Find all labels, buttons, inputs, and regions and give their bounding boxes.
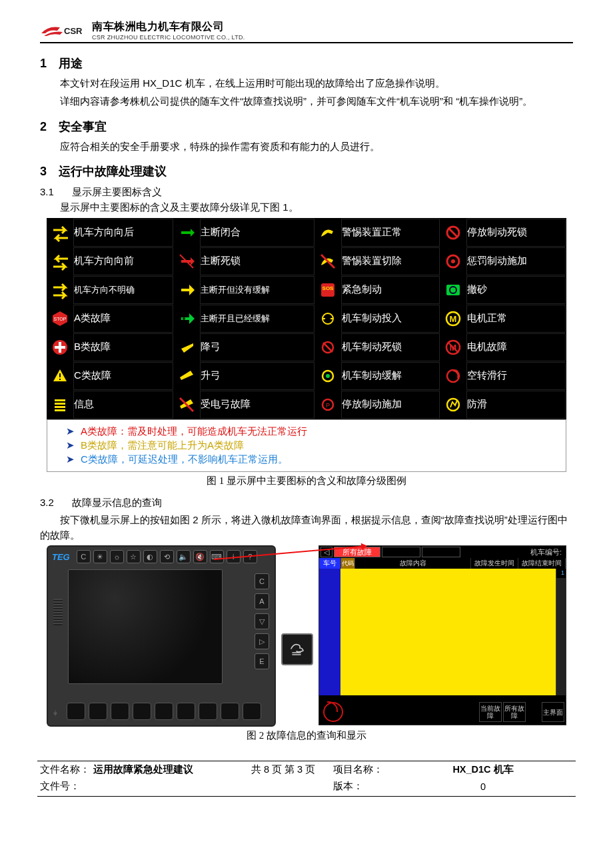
panel-side-button[interactable]: ▽ [255,613,269,629]
col-end-time: 故障结束时间 [518,558,566,569]
status-label: 机车方向向后 [73,219,173,247]
file-name-label: 文件名称： [40,761,93,778]
status-label: 主断开且已经缓解 [200,305,314,333]
col-start-time: 故障发生时间 [471,558,518,569]
fault-query-button-callout[interactable] [281,633,313,665]
status-icon: STOP [47,305,73,333]
version-label: 版本： [333,778,393,795]
status-icon [47,219,73,247]
section-1-title: 1用途 [40,55,573,71]
svg-text:P: P [326,402,330,409]
panel-bottom-button[interactable] [155,703,173,720]
panel-side-button[interactable]: E [255,653,269,669]
svg-rect-29 [55,399,65,401]
panel-bottom-button[interactable] [199,703,217,720]
panel-bottom-button[interactable] [111,703,129,720]
status-icon [315,247,340,275]
section-1-p1: 本文针对在段运用 HX_D1C 机车，在线上运用时可能出现的故障给出了应急操作说… [40,75,573,91]
panel-top-button[interactable]: C [77,550,91,563]
panel-top-button[interactable]: ☼ [110,550,124,563]
panel-side-button[interactable]: C [255,573,269,589]
csr-logo: CSR [40,21,87,40]
status-icon [174,305,199,333]
status-label: 电机正常 [466,305,566,333]
project-label: 项目名称： [333,761,393,778]
status-label: 主断闭合 [200,219,314,247]
btn-all-fault[interactable]: 所有故障 [503,702,526,722]
status-icon [47,247,73,275]
panel-top-button[interactable]: ⟲ [160,550,174,563]
svg-point-5 [451,259,455,263]
panel-side-button[interactable]: ▷ [255,633,269,649]
status-label: 机车方向向前 [73,247,173,275]
status-label: C类故障 [73,362,173,390]
fault-table-header: 车号 代码 故障内容 故障发生时间 故障结束时间 [319,558,566,569]
panel-bottom-button[interactable] [133,703,151,720]
status-label: 机车方向不明确 [73,276,173,304]
file-no-label: 文件号： [40,778,93,795]
status-icon [47,362,73,390]
panel-bottom-button[interactable] [243,703,261,720]
status-icon: P [315,391,340,419]
status-icon: M [440,305,466,333]
status-label: 机车制动缓解 [341,362,440,390]
page-footer: 文件名称： 运用故障紧急处理建议 共 8 页 第 3 页 项目名称： HX_D1… [40,761,573,797]
company-name-cn: 南车株洲电力机车有限公司 [92,20,245,34]
status-icon [174,333,199,361]
panel-top-button[interactable]: ☀ [93,550,107,563]
btn-main-screen[interactable]: 主界面 [542,702,564,722]
btn-current-fault[interactable]: 当前故障 [479,702,502,722]
status-icon [315,333,340,361]
tab-blank-2[interactable] [422,547,460,557]
status-label: 机车制动投入 [341,305,440,333]
page-header: CSR 南车株洲电力机车有限公司 CSR ZHUZHOU ELECTRIC LO… [40,20,573,43]
status-icon: SOS [315,276,340,304]
status-icon [440,362,466,390]
svg-rect-30 [55,403,65,405]
section-2-title: 2安全事宜 [40,119,573,135]
status-label: 主断死锁 [200,247,314,275]
scrollbar[interactable]: 1 [556,569,566,695]
status-icon [440,391,466,419]
panel-top-button[interactable]: ☆ [127,550,141,563]
panel-side-button[interactable]: A [255,593,269,609]
sub-3-2-text: 按下微机显示屏上的按钮如图 2 所示，将进入微机故障查询界面，根据提示信息，查阅… [40,512,573,543]
panel-bottom-buttons [67,703,261,720]
file-name: 运用故障紧急处理建议 [93,761,233,778]
svg-point-27 [326,374,330,378]
panel-bottom-button[interactable] [89,703,107,720]
panel-bottom-button[interactable] [221,703,239,720]
tab-blank-1[interactable] [382,547,420,557]
company-block: 南车株洲电力机车有限公司 CSR ZHUZHOU ELECTRIC LOCOMO… [92,20,245,41]
legend-row: ➤A类故障：需及时处理，可能造成机车无法正常运行 [66,425,560,438]
panel-top-button[interactable]: 🔈 [177,550,191,563]
status-icon: M [440,333,466,361]
status-label: B类故障 [73,333,173,361]
status-icon [315,305,340,333]
status-label: 降弓 [200,333,314,361]
fault-legend: ➤A类故障：需及时处理，可能造成机车无法正常运行➤B类故障，需注意可能上升为A类… [47,419,566,472]
status-icon [315,362,340,390]
status-icon [440,247,466,275]
page-number: 共 8 页 第 3 页 [233,761,333,778]
status-icon [174,391,199,419]
col-code: 代码 [341,558,355,569]
panel-top-button[interactable]: ◐ [143,550,157,563]
svg-rect-25 [59,379,61,380]
panel-top-button[interactable]: 🔇 [193,550,207,563]
svg-text:STOP: STOP [54,317,67,321]
company-name-en: CSR ZHUZHOU ELECTRIC LOCOMOTIVE CO., LTD… [92,34,245,41]
panel-top-button[interactable]: ⌨ [210,550,224,563]
fault-screen-tabs: ◁ 所有故障 机车编号: [319,546,566,558]
fault-query-screen: ◁ 所有故障 机车编号: 车号 代码 故障内容 故障发生时间 故障结束时间 1 [318,545,566,725]
usb-icon: ⏚ [53,709,57,716]
legend-row: ➤B类故障，需注意可能上升为A类故障 [66,439,560,452]
status-label: 机车制动死锁 [341,333,440,361]
status-icon [47,333,73,361]
sub-3-1-text: 显示屏中主要图标的含义及主要故障分级详见下图 1。 [40,201,573,214]
figure-2-caption: 图 2 故障信息的查询和显示 [40,729,573,742]
panel-bottom-button[interactable] [67,703,85,720]
icon-meaning-table: 机车方向向后主断闭合警惕装置正常停放制动死锁机车方向向前主断死锁警惕装置切除惩罚… [47,218,566,419]
panel-bottom-button[interactable] [177,703,195,720]
svg-rect-32 [55,409,65,411]
